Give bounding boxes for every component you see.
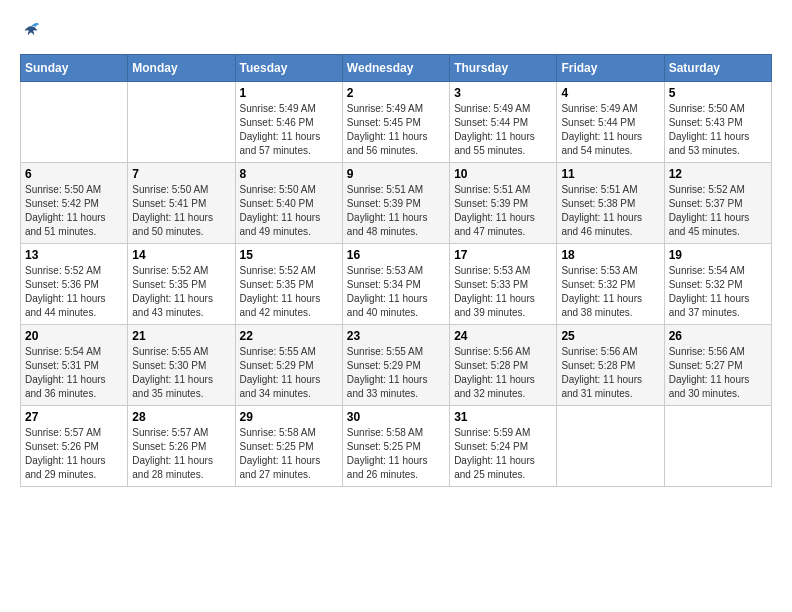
calendar-cell: 21Sunrise: 5:55 AMSunset: 5:30 PMDayligh…: [128, 325, 235, 406]
day-number: 30: [347, 410, 445, 424]
day-number: 29: [240, 410, 338, 424]
day-info: Sunrise: 5:51 AMSunset: 5:39 PMDaylight:…: [347, 183, 445, 239]
calendar-week-row: 27Sunrise: 5:57 AMSunset: 5:26 PMDayligh…: [21, 406, 772, 487]
day-info: Sunrise: 5:52 AMSunset: 5:37 PMDaylight:…: [669, 183, 767, 239]
day-info: Sunrise: 5:53 AMSunset: 5:32 PMDaylight:…: [561, 264, 659, 320]
day-number: 9: [347, 167, 445, 181]
day-info: Sunrise: 5:58 AMSunset: 5:25 PMDaylight:…: [240, 426, 338, 482]
calendar-cell: 15Sunrise: 5:52 AMSunset: 5:35 PMDayligh…: [235, 244, 342, 325]
calendar-cell: 26Sunrise: 5:56 AMSunset: 5:27 PMDayligh…: [664, 325, 771, 406]
day-number: 24: [454, 329, 552, 343]
weekday-header: Thursday: [450, 55, 557, 82]
calendar-week-row: 1Sunrise: 5:49 AMSunset: 5:46 PMDaylight…: [21, 82, 772, 163]
weekday-header: Monday: [128, 55, 235, 82]
calendar-cell: 13Sunrise: 5:52 AMSunset: 5:36 PMDayligh…: [21, 244, 128, 325]
day-info: Sunrise: 5:52 AMSunset: 5:36 PMDaylight:…: [25, 264, 123, 320]
logo-bird-icon: [22, 20, 40, 38]
day-info: Sunrise: 5:49 AMSunset: 5:46 PMDaylight:…: [240, 102, 338, 158]
day-info: Sunrise: 5:50 AMSunset: 5:42 PMDaylight:…: [25, 183, 123, 239]
day-info: Sunrise: 5:49 AMSunset: 5:44 PMDaylight:…: [454, 102, 552, 158]
day-info: Sunrise: 5:49 AMSunset: 5:45 PMDaylight:…: [347, 102, 445, 158]
weekday-header: Saturday: [664, 55, 771, 82]
day-info: Sunrise: 5:51 AMSunset: 5:39 PMDaylight:…: [454, 183, 552, 239]
weekday-header: Sunday: [21, 55, 128, 82]
calendar-cell: [664, 406, 771, 487]
calendar-cell: 10Sunrise: 5:51 AMSunset: 5:39 PMDayligh…: [450, 163, 557, 244]
day-info: Sunrise: 5:51 AMSunset: 5:38 PMDaylight:…: [561, 183, 659, 239]
day-number: 16: [347, 248, 445, 262]
day-info: Sunrise: 5:59 AMSunset: 5:24 PMDaylight:…: [454, 426, 552, 482]
day-info: Sunrise: 5:55 AMSunset: 5:29 PMDaylight:…: [347, 345, 445, 401]
calendar-cell: 31Sunrise: 5:59 AMSunset: 5:24 PMDayligh…: [450, 406, 557, 487]
day-number: 15: [240, 248, 338, 262]
calendar-cell: 29Sunrise: 5:58 AMSunset: 5:25 PMDayligh…: [235, 406, 342, 487]
calendar-cell: 24Sunrise: 5:56 AMSunset: 5:28 PMDayligh…: [450, 325, 557, 406]
day-number: 4: [561, 86, 659, 100]
day-number: 27: [25, 410, 123, 424]
day-info: Sunrise: 5:57 AMSunset: 5:26 PMDaylight:…: [132, 426, 230, 482]
day-number: 7: [132, 167, 230, 181]
calendar-cell: 6Sunrise: 5:50 AMSunset: 5:42 PMDaylight…: [21, 163, 128, 244]
day-number: 31: [454, 410, 552, 424]
day-info: Sunrise: 5:55 AMSunset: 5:30 PMDaylight:…: [132, 345, 230, 401]
calendar-cell: 11Sunrise: 5:51 AMSunset: 5:38 PMDayligh…: [557, 163, 664, 244]
day-number: 19: [669, 248, 767, 262]
day-info: Sunrise: 5:56 AMSunset: 5:28 PMDaylight:…: [561, 345, 659, 401]
calendar-header-row: SundayMondayTuesdayWednesdayThursdayFrid…: [21, 55, 772, 82]
day-number: 3: [454, 86, 552, 100]
calendar-cell: 8Sunrise: 5:50 AMSunset: 5:40 PMDaylight…: [235, 163, 342, 244]
day-info: Sunrise: 5:56 AMSunset: 5:28 PMDaylight:…: [454, 345, 552, 401]
calendar-cell: 1Sunrise: 5:49 AMSunset: 5:46 PMDaylight…: [235, 82, 342, 163]
calendar-cell: 3Sunrise: 5:49 AMSunset: 5:44 PMDaylight…: [450, 82, 557, 163]
calendar-cell: [557, 406, 664, 487]
logo: [20, 20, 40, 38]
day-number: 14: [132, 248, 230, 262]
weekday-header: Tuesday: [235, 55, 342, 82]
calendar-cell: 16Sunrise: 5:53 AMSunset: 5:34 PMDayligh…: [342, 244, 449, 325]
day-info: Sunrise: 5:54 AMSunset: 5:31 PMDaylight:…: [25, 345, 123, 401]
day-number: 17: [454, 248, 552, 262]
day-info: Sunrise: 5:57 AMSunset: 5:26 PMDaylight:…: [25, 426, 123, 482]
day-info: Sunrise: 5:49 AMSunset: 5:44 PMDaylight:…: [561, 102, 659, 158]
day-number: 11: [561, 167, 659, 181]
calendar-cell: 23Sunrise: 5:55 AMSunset: 5:29 PMDayligh…: [342, 325, 449, 406]
calendar-cell: 20Sunrise: 5:54 AMSunset: 5:31 PMDayligh…: [21, 325, 128, 406]
day-info: Sunrise: 5:50 AMSunset: 5:40 PMDaylight:…: [240, 183, 338, 239]
calendar-cell: 27Sunrise: 5:57 AMSunset: 5:26 PMDayligh…: [21, 406, 128, 487]
weekday-header: Friday: [557, 55, 664, 82]
day-number: 22: [240, 329, 338, 343]
day-number: 13: [25, 248, 123, 262]
day-number: 2: [347, 86, 445, 100]
calendar-cell: 17Sunrise: 5:53 AMSunset: 5:33 PMDayligh…: [450, 244, 557, 325]
day-number: 8: [240, 167, 338, 181]
calendar-cell: [128, 82, 235, 163]
header: [20, 20, 772, 38]
day-info: Sunrise: 5:52 AMSunset: 5:35 PMDaylight:…: [132, 264, 230, 320]
day-number: 18: [561, 248, 659, 262]
day-number: 5: [669, 86, 767, 100]
calendar-cell: 12Sunrise: 5:52 AMSunset: 5:37 PMDayligh…: [664, 163, 771, 244]
day-number: 25: [561, 329, 659, 343]
calendar-cell: 18Sunrise: 5:53 AMSunset: 5:32 PMDayligh…: [557, 244, 664, 325]
calendar-week-row: 6Sunrise: 5:50 AMSunset: 5:42 PMDaylight…: [21, 163, 772, 244]
day-number: 23: [347, 329, 445, 343]
day-info: Sunrise: 5:50 AMSunset: 5:43 PMDaylight:…: [669, 102, 767, 158]
day-info: Sunrise: 5:55 AMSunset: 5:29 PMDaylight:…: [240, 345, 338, 401]
calendar-cell: 30Sunrise: 5:58 AMSunset: 5:25 PMDayligh…: [342, 406, 449, 487]
calendar-cell: 7Sunrise: 5:50 AMSunset: 5:41 PMDaylight…: [128, 163, 235, 244]
day-info: Sunrise: 5:53 AMSunset: 5:34 PMDaylight:…: [347, 264, 445, 320]
calendar-cell: [21, 82, 128, 163]
calendar-cell: 9Sunrise: 5:51 AMSunset: 5:39 PMDaylight…: [342, 163, 449, 244]
day-number: 26: [669, 329, 767, 343]
calendar-cell: 5Sunrise: 5:50 AMSunset: 5:43 PMDaylight…: [664, 82, 771, 163]
calendar-cell: 25Sunrise: 5:56 AMSunset: 5:28 PMDayligh…: [557, 325, 664, 406]
calendar-cell: 4Sunrise: 5:49 AMSunset: 5:44 PMDaylight…: [557, 82, 664, 163]
calendar-cell: 19Sunrise: 5:54 AMSunset: 5:32 PMDayligh…: [664, 244, 771, 325]
day-number: 6: [25, 167, 123, 181]
calendar-cell: 2Sunrise: 5:49 AMSunset: 5:45 PMDaylight…: [342, 82, 449, 163]
day-info: Sunrise: 5:53 AMSunset: 5:33 PMDaylight:…: [454, 264, 552, 320]
calendar-cell: 14Sunrise: 5:52 AMSunset: 5:35 PMDayligh…: [128, 244, 235, 325]
weekday-header: Wednesday: [342, 55, 449, 82]
day-number: 1: [240, 86, 338, 100]
day-info: Sunrise: 5:54 AMSunset: 5:32 PMDaylight:…: [669, 264, 767, 320]
